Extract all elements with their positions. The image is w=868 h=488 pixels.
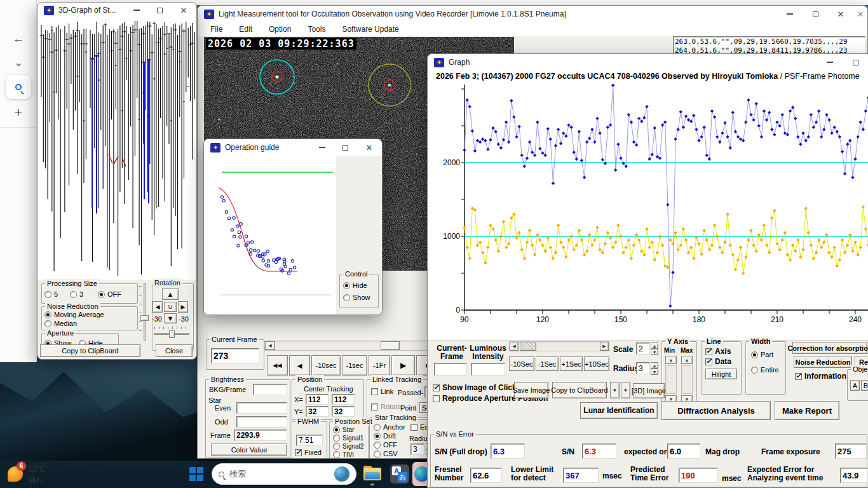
menu-file[interactable]: File [210,25,222,34]
diffraction-analysis-button[interactable]: Diffraction Analysis [661,401,771,420]
fwhm-value[interactable]: 7.51 [296,435,323,446]
save-image-button[interactable]: Save Image [514,382,548,398]
y2-value[interactable]: 32 [332,406,355,417]
correction-button[interactable]: Correction for absorption [792,342,867,354]
gluminous-input[interactable] [471,363,505,376]
minus-10sec-button[interactable]: -10Sec [509,356,534,371]
frame-brightness-value[interactable]: 2293.9 [234,430,287,441]
combo2-dropdown-icon[interactable]: ▼ [621,382,630,398]
play-icon[interactable]: ▶ [391,355,415,376]
radio-anchor[interactable]: Anchor [374,423,405,431]
color-value-button[interactable]: Color Value [211,444,287,456]
rotate-right-icon[interactable]: ▶ [178,301,188,313]
scale-value[interactable]: 2 [636,342,650,355]
translator-icon[interactable]: A あ [390,464,409,484]
radio-signal1[interactable]: Signal1 [333,435,363,442]
browser-close-icon[interactable]: ✕ [853,6,867,22]
graph-scroll-thumb[interactable] [520,342,536,351]
minus-1frame-button[interactable]: -1Fr [369,355,390,376]
rotate-down-icon[interactable]: ▼ [164,313,177,323]
noise-reduction-button[interactable]: Noise Reduction [794,356,852,368]
tracking-radius-value[interactable]: 3 [410,444,424,455]
rotate-left-icon[interactable]: ◀ [153,301,163,313]
sidebar-search-button[interactable] [6,75,31,99]
minus-10sec-button[interactable]: -10sec [311,355,341,376]
combo1-dropdown-icon[interactable]: ▼ [610,382,620,398]
close-icon[interactable]: ✕ [171,3,196,18]
graph-scrollbar[interactable]: ◀ ▶ [509,341,609,351]
axis-checkbox[interactable]: Axis [705,347,731,356]
radio-moving-average[interactable]: Moving Average [44,311,104,318]
maximize-icon[interactable] [843,54,868,71]
scroll-right-icon[interactable]: ▶ [600,342,609,351]
minimize-icon[interactable] [817,54,843,71]
minimize-icon[interactable] [125,3,148,18]
expected-error-value[interactable]: 43.9 [840,468,868,483]
menu-tools[interactable]: Tools [308,25,325,34]
back-arrow-icon[interactable]: ← [0,32,37,46]
close-icon[interactable]: ✕ [828,6,853,22]
gradius-value[interactable]: 3 [636,362,650,374]
scrollbar-thumb[interactable] [381,341,400,350]
menu-software-update[interactable]: Software Update [342,25,398,34]
sn-full-value[interactable]: 6.3 [491,444,525,459]
radio-size-off[interactable]: OFF [98,290,121,298]
image-3d-button[interactable]: [3D] Image [633,383,665,398]
star-even-input[interactable] [236,402,287,414]
light-curve-chart[interactable]: 90120150180210240010002000 [428,79,868,334]
copy-clipboard-button[interactable]: Copy to ClipBoard [40,344,140,357]
maximize-icon[interactable] [334,139,356,156]
gcurrent-frame-input[interactable] [434,363,467,376]
ymin-up-icon[interactable]: ▲ [665,356,677,364]
chevron-down-icon[interactable]: ⌄ [0,56,37,69]
scroll-left-icon[interactable]: ◀ [510,342,519,351]
radio-show[interactable]: Show [343,294,370,301]
minus-1sec-button[interactable]: -1Sec [536,356,559,371]
minimize-icon[interactable] [777,6,803,22]
scroll-left-icon[interactable]: ◀ [265,341,275,350]
copy-clipboard-button[interactable]: Copy to ClipBoard [552,382,607,398]
rotate-checkbox[interactable]: Rotate [371,403,401,410]
object-b-button[interactable]: B [861,380,868,391]
radio-star[interactable]: Star [333,426,354,433]
radio-part[interactable]: Part [751,351,773,358]
current-frame-value[interactable]: 273 [211,348,259,363]
rotation-slider-thumb[interactable] [169,330,175,338]
step-back-icon[interactable]: ◀ [289,355,310,376]
scale-up-icon[interactable]: ▲ [651,342,658,349]
x2-value[interactable]: 112 [332,394,355,405]
radio-drift[interactable]: Drift [374,432,396,440]
link-checkbox[interactable]: Link [371,388,393,395]
measurement-log[interactable]: 263.0,53.6,"",09,29,19.5660,19.7035,,,,2… [673,36,865,55]
hilight-button[interactable]: Hilight [705,369,737,379]
file-explorer-icon[interactable] [363,466,381,481]
lower-limit-value[interactable]: 367 [563,468,599,483]
make-report-button[interactable]: Make Report [775,401,839,420]
plus-icon[interactable]: + [0,105,37,120]
expected-value[interactable]: 6.0 [667,444,700,459]
radio-hide[interactable]: Hide [343,281,367,289]
radio-size-3[interactable]: 3 [70,290,83,298]
windows-start-icon[interactable] [186,463,207,485]
frame-exposure-value[interactable]: 275 [835,444,867,459]
minimize-icon[interactable] [311,139,334,156]
bkg-frame-input[interactable] [253,384,287,395]
opguide-titlebar[interactable]: ✦ Operation guide ✕ [204,139,382,156]
plus-1sec-button[interactable]: +1Sec [560,356,583,371]
menu-edit[interactable]: Edit [239,25,252,34]
graph-titlebar[interactable]: ✦ Graph [428,54,868,71]
predicted-value[interactable]: 190 [679,468,718,483]
minus-1sec-button[interactable]: -1sec [342,355,367,376]
scale-down-icon[interactable]: ▼ [651,349,658,355]
rotate-up-icon[interactable]: ▲ [162,288,179,300]
gradius-down-icon[interactable]: ▼ [651,369,658,375]
x1-value[interactable]: 112 [306,394,329,405]
close-button[interactable]: Close [156,344,193,357]
graph3d-plot[interactable] [37,18,197,280]
limovie-titlebar[interactable]: ✦ Light Measurement tool for Occultation… [198,6,867,22]
object-a-button[interactable]: A [850,380,860,391]
radio-entire[interactable]: Entire [751,366,779,374]
plus-10sec-button[interactable]: +10Sec [584,356,609,371]
taskbar-search[interactable]: 検索 [212,463,356,485]
lunar-identification-button[interactable]: Lunar Identification [580,402,658,419]
